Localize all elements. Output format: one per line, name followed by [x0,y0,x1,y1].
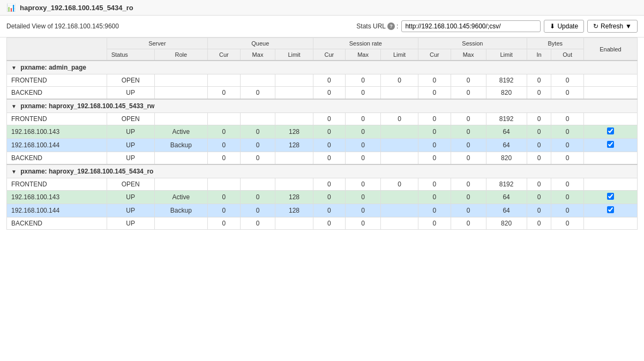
cell-sr-cur: 0 [313,87,346,100]
help-icon[interactable]: ? [387,22,395,30]
cell-bytes-out: 0 [551,191,584,204]
cell-bytes-in: 0 [527,139,551,152]
cell-sr-cur: 0 [313,113,346,125]
cell-queue-limit: 128 [275,204,313,217]
enabled-checkbox[interactable] [607,127,614,134]
cell-se-max: 0 [451,87,486,100]
cell-bytes-out: 0 [551,125,584,139]
cell-queue-limit [275,152,313,165]
cell-sr-limit [380,87,418,100]
cell-name: 192.168.100.144 [7,139,107,152]
col-header-status: Status [107,49,154,61]
cell-queue-cur [208,178,241,191]
cell-status: UP [107,139,154,152]
cell-se-limit: 820 [486,152,527,165]
table-row: 192.168.100.143UPActive0012800006400 [7,125,638,139]
detail-view-label: Detailed View of 192.168.100.145:9600 [6,22,119,30]
cell-se-max: 0 [451,113,486,125]
cell-enabled [583,217,637,230]
cell-queue-max: 0 [240,139,275,152]
cell-se-limit: 64 [486,125,527,139]
col-header-role: Role [154,49,207,61]
col-header-queue-limit: Limit [275,49,313,61]
cell-bytes-out: 0 [551,204,584,217]
table-row: BACKENDUP00000082000 [7,152,638,165]
cell-name: BACKEND [7,217,107,230]
collapse-icon[interactable]: ▼ [11,169,17,175]
cell-se-limit: 8192 [486,113,527,125]
cell-bytes-in: 0 [527,191,551,204]
cell-se-limit: 8192 [486,178,527,191]
cell-sr-limit [380,125,418,139]
cell-se-max: 0 [451,139,486,152]
collapse-icon[interactable]: ▼ [11,103,17,109]
cell-queue-cur: 0 [208,152,241,165]
cell-se-max: 0 [451,178,486,191]
cell-bytes-out: 0 [551,113,584,125]
col-header-bytes-out: Out [551,49,584,61]
cell-enabled [583,152,637,165]
cell-se-max: 0 [451,74,486,87]
col-header-se-max: Max [451,49,486,61]
cell-sr-max: 0 [346,217,381,230]
cell-status: UP [107,191,154,204]
cell-se-cur: 0 [418,113,451,125]
cell-enabled [583,74,637,87]
cell-se-cur: 0 [418,74,451,87]
cell-bytes-out: 0 [551,178,584,191]
cell-name: FRONTEND [7,178,107,191]
title-bar: 📊 haproxy_192.168.100.145_5434_ro [0,0,644,16]
col-header-se-cur: Cur [418,49,451,61]
cell-queue-max: 0 [240,87,275,100]
refresh-button[interactable]: ↻ Refresh ▼ [587,20,638,33]
cell-role [154,178,207,191]
cell-sr-cur: 0 [313,204,346,217]
enabled-checkbox[interactable] [607,193,614,200]
cell-bytes-in: 0 [527,217,551,230]
cell-sr-limit [380,204,418,217]
table-row: FRONTENDOPEN00000819200 [7,113,638,125]
cell-name: 192.168.100.144 [7,204,107,217]
stats-url-input[interactable] [401,20,541,32]
cell-status: UP [107,152,154,165]
cell-se-limit: 8192 [486,74,527,87]
cell-sr-max: 0 [346,191,381,204]
cell-enabled[interactable] [583,191,637,204]
cell-se-cur: 0 [418,178,451,191]
cell-sr-max: 0 [346,178,381,191]
cell-se-max: 0 [451,217,486,230]
cell-se-max: 0 [451,125,486,139]
cell-se-max: 0 [451,204,486,217]
update-button[interactable]: ⬇ Update [544,20,584,33]
cell-sr-limit: 0 [380,74,418,87]
cell-sr-cur: 0 [313,74,346,87]
cell-name: 192.168.100.143 [7,191,107,204]
col-header-sr-limit: Limit [380,49,418,61]
col-header-session: Session [418,38,527,49]
table-row: BACKENDUP00000082000 [7,87,638,100]
enabled-checkbox[interactable] [607,141,614,148]
cell-bytes-in: 0 [527,125,551,139]
stats-table: Server Queue Session rate Session Bytes … [6,37,638,230]
cell-queue-limit: 128 [275,125,313,139]
cell-sr-limit: 0 [380,178,418,191]
cell-enabled[interactable] [583,125,637,139]
col-header-sr-max: Max [346,49,381,61]
enabled-checkbox[interactable] [607,206,614,213]
cell-name: FRONTEND [7,113,107,125]
refresh-icon: ↻ [593,22,598,30]
cell-enabled[interactable] [583,204,637,217]
cell-queue-max [240,74,275,87]
cell-role: Backup [154,204,207,217]
toolbar: Detailed View of 192.168.100.145:9600 St… [0,16,644,37]
cell-role: Backup [154,139,207,152]
cell-queue-limit [275,87,313,100]
cell-queue-limit [275,74,313,87]
collapse-icon[interactable]: ▼ [11,65,17,71]
cell-sr-cur: 0 [313,125,346,139]
cell-enabled[interactable] [583,139,637,152]
cell-role: Active [154,191,207,204]
cell-se-cur: 0 [418,191,451,204]
col-header-se-limit: Limit [486,49,527,61]
group-header-haproxy_192_168_100_145_5433_rw: ▼ pxname: haproxy_192.168.100.145_5433_r… [7,99,638,113]
